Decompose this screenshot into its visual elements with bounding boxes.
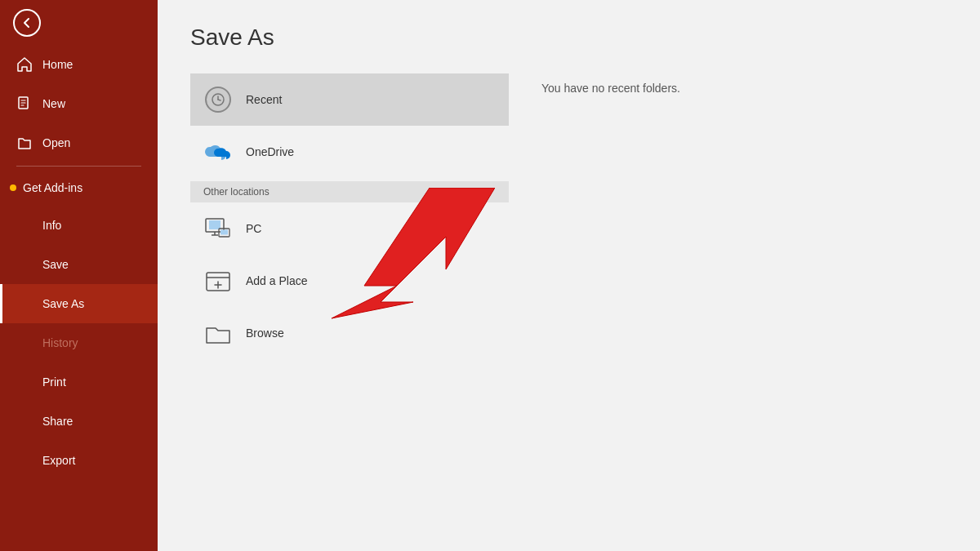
main-content: Save As Recent: [158, 0, 980, 551]
sidebar-item-share[interactable]: Share: [0, 402, 158, 441]
other-locations-header: Other locations: [190, 181, 509, 202]
sidebar-save-as-label: Save As: [42, 297, 84, 310]
sidebar-history-label: History: [42, 336, 78, 349]
back-arrow-icon: [13, 9, 41, 37]
sidebar-divider: [16, 166, 141, 167]
info-icon: [16, 217, 33, 233]
location-recent[interactable]: Recent: [190, 73, 509, 126]
add-place-label: Add a Place: [246, 274, 308, 287]
sidebar: Home New Open Get Add-ins: [0, 0, 158, 551]
back-button[interactable]: [0, 0, 158, 45]
svg-line-3: [218, 100, 220, 100]
location-add-place[interactable]: Add a Place: [190, 255, 509, 307]
location-pc[interactable]: PC: [190, 202, 509, 255]
sidebar-item-history: History: [0, 323, 158, 362]
open-icon: [16, 135, 33, 151]
svg-rect-5: [209, 220, 220, 229]
sidebar-new-label: New: [42, 97, 65, 110]
sidebar-share-label: Share: [42, 415, 73, 428]
save-icon: [16, 256, 33, 273]
print-icon: [16, 374, 33, 390]
location-onedrive[interactable]: OneDrive: [190, 126, 509, 178]
sidebar-info-label: Info: [42, 219, 61, 232]
sidebar-item-info[interactable]: Info: [0, 206, 158, 245]
export-icon: [16, 452, 33, 469]
sidebar-export-label: Export: [42, 454, 75, 467]
share-icon: [16, 413, 33, 429]
pc-label: PC: [246, 222, 261, 235]
get-add-ins-label: Get Add-ins: [23, 181, 82, 194]
sidebar-item-export[interactable]: Export: [0, 441, 158, 480]
content-area: Recent OneDrive Other locations: [190, 73, 947, 527]
sidebar-item-open[interactable]: Open: [0, 123, 158, 162]
empty-folders-message: You have no recent folders.: [541, 82, 680, 95]
sidebar-open-label: Open: [42, 136, 70, 149]
browse-icon: [203, 318, 233, 348]
sidebar-print-label: Print: [42, 375, 66, 389]
sidebar-item-save[interactable]: Save: [0, 245, 158, 284]
sidebar-item-home[interactable]: Home: [0, 45, 158, 84]
add-place-icon: [203, 266, 233, 295]
sidebar-home-label: Home: [42, 58, 73, 71]
sidebar-item-save-as[interactable]: Save As: [0, 284, 158, 323]
browse-label: Browse: [246, 327, 284, 340]
sidebar-item-print[interactable]: Print: [0, 362, 158, 402]
sidebar-save-label: Save: [42, 258, 69, 271]
recent-label: Recent: [246, 93, 282, 106]
sidebar-item-new[interactable]: New: [0, 84, 158, 123]
history-icon: [16, 335, 33, 351]
sidebar-item-get-add-ins[interactable]: Get Add-ins: [0, 170, 158, 206]
locations-panel: Recent OneDrive Other locations: [190, 73, 509, 527]
onedrive-icon: [203, 137, 233, 167]
home-icon: [16, 56, 33, 73]
right-panel: You have no recent folders.: [541, 73, 947, 527]
page-title: Save As: [190, 24, 947, 51]
onedrive-label: OneDrive: [246, 145, 294, 158]
new-icon: [16, 96, 33, 112]
svg-rect-9: [220, 230, 228, 235]
recent-icon: [203, 85, 233, 114]
location-browse[interactable]: Browse: [190, 307, 509, 359]
sidebar-nav: Home New Open Get Add-ins: [0, 45, 158, 551]
save-as-icon: [16, 295, 33, 312]
add-ins-dot: [10, 184, 16, 191]
pc-icon: [203, 214, 233, 243]
